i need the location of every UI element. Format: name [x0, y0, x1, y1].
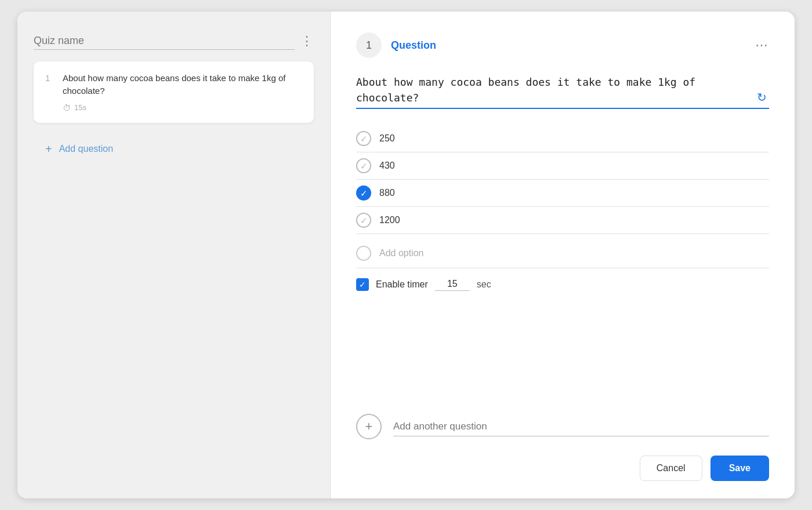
quiz-name-input[interactable] — [34, 32, 295, 50]
left-panel: ⋮ 1 About how many cocoa beans does it t… — [17, 12, 331, 498]
question-card[interactable]: 1 About how many cocoa beans does it tak… — [34, 61, 314, 123]
add-another-section: + — [356, 408, 769, 439]
option-input-4[interactable] — [379, 215, 769, 225]
question-header: 1 Question ⋯ — [356, 32, 769, 58]
checkmark-icon-4: ✓ — [360, 216, 368, 225]
quiz-name-row: ⋮ — [34, 32, 314, 50]
add-question-label: Add question — [59, 144, 113, 154]
save-button[interactable]: Save — [710, 456, 769, 481]
option-row: ✓ — [356, 152, 769, 180]
question-text-input[interactable] — [356, 70, 769, 109]
options-list: ✓ ✓ ✓ ✓ — [356, 125, 769, 234]
timer-checkbox-check-icon: ✓ — [359, 280, 366, 289]
option-input-2[interactable] — [379, 161, 769, 171]
option-row-correct: ✓ — [356, 180, 769, 207]
option-radio-3[interactable]: ✓ — [356, 185, 371, 201]
enable-timer-label: Enable timer — [376, 279, 428, 290]
question-type-label: Question — [391, 39, 746, 52]
option-row: ✓ — [356, 125, 769, 152]
question-card-timer: ⏱ 15s — [63, 103, 302, 112]
question-text-wrapper: ↻ — [356, 70, 769, 111]
right-panel: 1 Question ⋯ ↻ ✓ ✓ — [331, 12, 795, 498]
timer-value-input[interactable] — [435, 278, 470, 291]
refresh-icon: ↻ — [757, 90, 767, 104]
option-radio-1[interactable]: ✓ — [356, 131, 371, 146]
option-input-3[interactable] — [379, 188, 769, 198]
cancel-button[interactable]: Cancel — [640, 456, 702, 481]
add-option-row[interactable]: Add option — [356, 239, 769, 268]
checkmark-icon-3: ✓ — [360, 189, 368, 198]
question-card-content: About how many cocoa beans does it take … — [63, 72, 302, 112]
add-another-plus-icon: + — [365, 419, 373, 434]
checkmark-icon-2: ✓ — [360, 162, 368, 170]
option-radio-4[interactable]: ✓ — [356, 213, 371, 228]
footer-buttons: Cancel Save — [356, 456, 769, 481]
timer-row: ✓ Enable timer sec — [356, 278, 769, 291]
question-card-text: About how many cocoa beans does it take … — [63, 72, 302, 97]
add-option-text[interactable]: Add option — [379, 248, 424, 258]
option-row: ✓ — [356, 207, 769, 234]
app-container: ⋮ 1 About how many cocoa beans does it t… — [17, 12, 795, 498]
add-another-input[interactable] — [393, 417, 769, 436]
add-option-circle-icon — [356, 246, 371, 261]
option-radio-2[interactable]: ✓ — [356, 158, 371, 173]
enable-timer-checkbox[interactable]: ✓ — [356, 278, 369, 291]
timer-value: 15s — [74, 103, 86, 112]
timer-icon: ⏱ — [63, 103, 71, 112]
add-question-plus-icon: + — [45, 143, 52, 156]
more-options-button[interactable]: ⋯ — [755, 38, 769, 53]
question-card-number: 1 — [45, 72, 55, 112]
add-another-button[interactable]: + — [356, 414, 382, 439]
option-input-1[interactable] — [379, 133, 769, 144]
checkmark-icon-1: ✓ — [360, 134, 368, 143]
question-number-circle: 1 — [356, 32, 382, 58]
more-icon[interactable]: ⋮ — [300, 35, 314, 50]
add-question-button[interactable]: + Add question — [34, 134, 314, 164]
timer-unit-label: sec — [477, 279, 491, 290]
